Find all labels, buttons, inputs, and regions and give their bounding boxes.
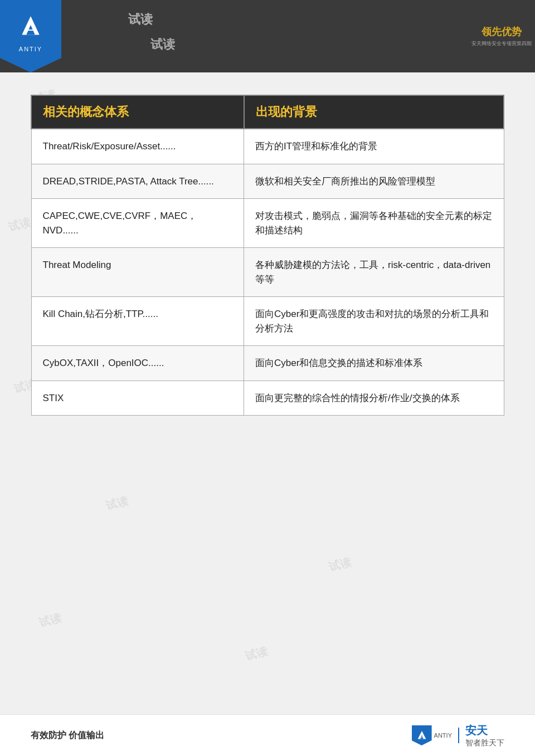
pwm-12: 试读 — [244, 643, 269, 664]
logo-text: ANTIY — [19, 46, 42, 52]
footer-right: ANTIY 安天 智者胜天下 — [412, 723, 504, 748]
table-cell-background: 对攻击模式，脆弱点，漏洞等各种基础的安全元素的标定和描述结构 — [244, 199, 504, 248]
table-cell-background: 各种威胁建模的方法论，工具，risk-centric，data-driven等等 — [244, 248, 504, 297]
table-cell-background: 面向更完整的综合性的情报分析/作业/交换的体系 — [244, 381, 504, 416]
concepts-table: 相关的概念体系 出现的背景 Threat/Risk/Exposure/Asset… — [31, 95, 504, 416]
table-row: CAPEC,CWE,CVE,CVRF，MAEC，NVD......对攻击模式，脆… — [31, 199, 504, 248]
footer-divider — [458, 728, 459, 743]
footer-logo-icon — [412, 725, 432, 745]
footer-tagline: 智者胜天下 — [465, 738, 504, 748]
table-cell-concept: Threat/Risk/Exposure/Asset...... — [31, 129, 244, 164]
table-cell-concept: STIX — [31, 381, 244, 416]
table-cell-concept: Kill Chain,钻石分析,TTP...... — [31, 297, 244, 346]
col2-header: 出现的背景 — [244, 95, 504, 129]
header-brand: 领先优势 安天网络安全专项营第四期 — [468, 0, 535, 72]
col1-header: 相关的概念体系 — [31, 95, 244, 129]
header-wm-5: 试读 — [128, 11, 153, 28]
table-cell-concept: DREAD,STRIDE,PASTA, Attack Tree...... — [31, 164, 244, 199]
header: ANTIY 试读 试读 试读 试读 试读 试读 试读 试读 试读 试读 试读 领… — [0, 0, 535, 72]
table-cell-background: 面向Cyber和信息交换的描述和标准体系 — [244, 346, 504, 381]
table-cell-concept: CybOX,TAXII，OpenIOC...... — [31, 346, 244, 381]
header-brand-bottom: 安天网络安全专项营第四期 — [471, 40, 532, 47]
header-wm-9: 试读 — [150, 36, 175, 53]
footer-brand: ANTIY — [434, 732, 452, 739]
header-wm-6: 试读 — [128, 11, 153, 28]
table-row: Threat Modeling各种威胁建模的方法论，工具，risk-centri… — [31, 248, 504, 297]
header-brand-top: 领先优势 — [471, 25, 532, 38]
table-cell-concept: Threat Modeling — [31, 248, 244, 297]
main-content: 相关的概念体系 出现的背景 Threat/Risk/Exposure/Asset… — [0, 72, 535, 427]
footer-left-text: 有效防护 价值输出 — [31, 730, 104, 742]
header-wm-11: 试读 — [150, 36, 175, 53]
table-row: CybOX,TAXII，OpenIOC......面向Cyber和信息交换的描述… — [31, 346, 504, 381]
table-row: Kill Chain,钻石分析,TTP......面向Cyber和更高强度的攻击… — [31, 297, 504, 346]
table-row: DREAD,STRIDE,PASTA, Attack Tree......微软和… — [31, 164, 504, 199]
header-wm-8: 试读 — [150, 36, 175, 53]
table-cell-concept: CAPEC,CWE,CVE,CVRF，MAEC，NVD...... — [31, 199, 244, 248]
footer-logo-text: 安天 — [465, 723, 488, 738]
header-wm-1: 试读 — [128, 11, 153, 28]
header-wm-3: 试读 — [128, 11, 153, 28]
table-row: STIX面向更完整的综合性的情报分析/作业/交换的体系 — [31, 381, 504, 416]
header-wm-7: 试读 — [150, 36, 175, 53]
footer-logo: ANTIY — [412, 725, 452, 745]
footer: 有效防护 价值输出 ANTIY 安天 智者胜天下 — [0, 714, 535, 756]
pwm-11: 试读 — [37, 610, 63, 630]
header-wm-4: 试读 — [128, 11, 153, 28]
header-wm-2: 试读 — [128, 11, 153, 28]
table-cell-background: 面向Cyber和更高强度的攻击和对抗的场景的分析工具和分析方法 — [244, 297, 504, 346]
logo: ANTIY — [0, 0, 61, 72]
table-cell-background: 西方的IT管理和标准化的背景 — [244, 129, 504, 164]
pwm-10: 试读 — [327, 554, 353, 574]
header-wm-10: 试读 — [150, 36, 175, 53]
table-row: Threat/Risk/Exposure/Asset......西方的IT管理和… — [31, 129, 504, 164]
logo-icon — [17, 12, 45, 43]
pwm-9: 试读 — [104, 493, 130, 513]
table-cell-background: 微软和相关安全厂商所推出的风险管理模型 — [244, 164, 504, 199]
header-watermarks: 试读 试读 试读 试读 试读 试读 试读 试读 试读 试读 试读 — [61, 0, 468, 72]
